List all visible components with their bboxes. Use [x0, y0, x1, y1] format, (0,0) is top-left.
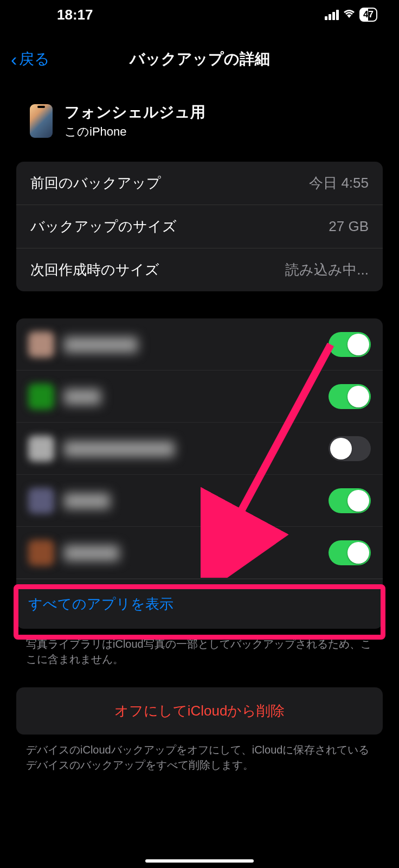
app-toggle[interactable] — [329, 488, 371, 513]
next-size-row[interactable]: 次回作成時のサイズ 読み込み中... — [16, 248, 383, 291]
status-icons: 47 — [325, 8, 377, 22]
status-bar: 18:17 47 — [0, 0, 399, 27]
back-button[interactable]: ‹ 戻る — [11, 49, 50, 70]
app-label: ████ — [64, 389, 101, 404]
app-toggle[interactable] — [329, 384, 371, 409]
app-icon — [28, 436, 54, 462]
app-row[interactable]: ████ — [16, 371, 383, 423]
device-section: フォンシェルジュ用 このiPhone — [0, 86, 399, 162]
app-label: ████████ — [64, 337, 138, 352]
nav-header: ‹ 戻る バックアップの詳細 — [0, 27, 399, 86]
app-label: ████████████ — [64, 441, 175, 456]
last-backup-row[interactable]: 前回のバックアップ 今日 4:55 — [16, 162, 383, 205]
device-name: フォンシェルジュ用 — [65, 102, 205, 123]
app-row[interactable]: ████████ — [16, 318, 383, 371]
battery-icon: 47 — [359, 8, 377, 22]
status-time: 18:17 — [57, 7, 93, 23]
page-title: バックアップの詳細 — [11, 49, 388, 69]
app-toggle[interactable] — [329, 332, 371, 357]
app-icon — [28, 384, 54, 410]
app-row[interactable]: ██████ — [16, 527, 383, 579]
device-subtitle: このiPhone — [65, 124, 205, 140]
app-label: ██████ — [64, 545, 119, 560]
delete-backup-button[interactable]: オフにしてiCloudから削除 — [16, 687, 383, 735]
app-row[interactable]: ████████████ — [16, 423, 383, 475]
show-all-apps-button[interactable]: すべてのアプリを表示 — [16, 579, 383, 629]
delete-note: デバイスのiCloudバックアップをオフにして、iCloudに保存されているデバ… — [0, 735, 399, 780]
app-label: █████ — [64, 493, 110, 508]
backup-info-card: 前回のバックアップ 今日 4:55 バックアップのサイズ 27 GB 次回作成時… — [16, 162, 383, 291]
app-toggle[interactable] — [329, 436, 371, 461]
photo-library-note: 写真ライブラリはiCloud写真の一部としてバックアップされるため、ここに含まれ… — [0, 629, 399, 674]
home-indicator[interactable] — [145, 859, 254, 863]
backup-size-value: 27 GB — [329, 218, 369, 235]
backup-size-row[interactable]: バックアップのサイズ 27 GB — [16, 205, 383, 248]
signal-icon — [325, 10, 339, 20]
app-icon — [28, 331, 54, 358]
backup-size-label: バックアップのサイズ — [30, 217, 177, 236]
next-size-value: 読み込み中... — [285, 260, 369, 279]
iphone-icon — [30, 104, 53, 138]
next-size-label: 次回作成時のサイズ — [30, 260, 159, 279]
app-icon — [28, 488, 54, 514]
last-backup-value: 今日 4:55 — [309, 174, 369, 193]
app-icon — [28, 540, 54, 566]
app-toggle[interactable] — [329, 540, 371, 565]
app-row[interactable]: █████ — [16, 475, 383, 527]
back-label: 戻る — [19, 49, 50, 69]
last-backup-label: 前回のバックアップ — [30, 174, 161, 193]
app-list: ████████ ████ ████████████ █████ ██████ … — [16, 318, 383, 629]
wifi-icon — [343, 9, 355, 21]
chevron-left-icon: ‹ — [11, 49, 17, 70]
